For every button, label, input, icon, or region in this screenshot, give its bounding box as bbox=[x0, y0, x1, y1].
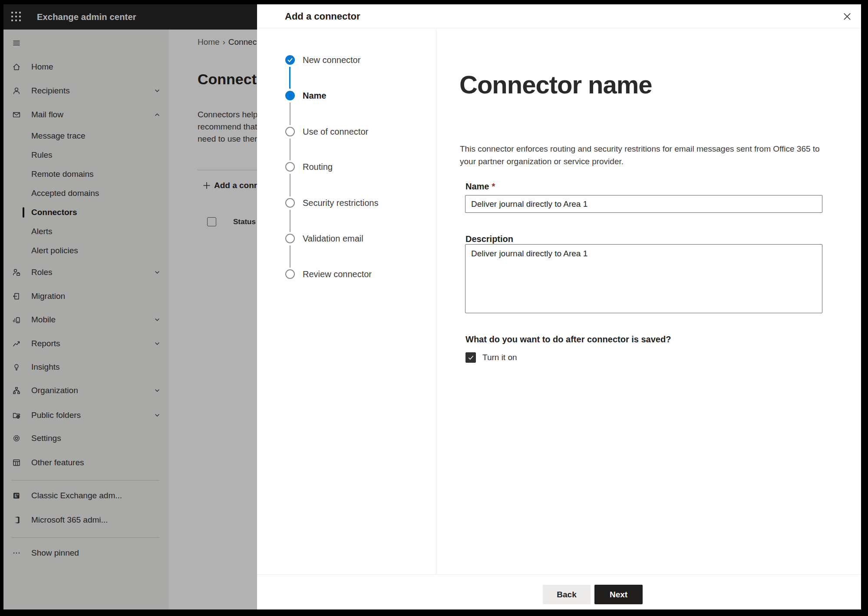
step-connector-line bbox=[290, 245, 290, 268]
back-button[interactable]: Back bbox=[543, 585, 591, 604]
app-window: Exchange admin center Home Recipients bbox=[3, 4, 861, 609]
wizard-steps-rail: New connector Name Use of connector Rout… bbox=[257, 29, 436, 574]
step-connector-line bbox=[290, 210, 290, 232]
step-upcoming-dot bbox=[285, 127, 295, 136]
step-connector-line bbox=[289, 67, 290, 89]
step-validation-email[interactable]: Validation email bbox=[257, 230, 436, 247]
step-connector-line bbox=[290, 103, 290, 125]
step-security-restrictions[interactable]: Security restrictions bbox=[257, 194, 436, 212]
step-use-of-connector[interactable]: Use of connector bbox=[257, 123, 436, 140]
content-heading: Connector name bbox=[459, 70, 652, 99]
turn-it-on-label: Turn it on bbox=[482, 353, 517, 362]
description-textarea[interactable]: Deliver journal directly to Area 1 bbox=[465, 244, 822, 313]
content-description: This connector enforces routing and secu… bbox=[460, 142, 821, 168]
step-upcoming-dot bbox=[285, 269, 295, 279]
step-upcoming-dot bbox=[285, 234, 295, 243]
required-asterisk: * bbox=[492, 182, 495, 191]
step-upcoming-dot bbox=[285, 198, 295, 208]
screen: Exchange admin center Home Recipients bbox=[0, 0, 868, 616]
step-connector-line bbox=[290, 139, 290, 160]
name-field-label: Name* bbox=[465, 182, 495, 192]
step-name[interactable]: Name bbox=[257, 87, 436, 104]
step-routing[interactable]: Routing bbox=[257, 158, 436, 176]
step-new-connector[interactable]: New connector bbox=[257, 51, 436, 69]
dialog-header: Add a connector bbox=[257, 4, 861, 28]
dialog-footer: Back Next bbox=[257, 574, 861, 609]
dialog-title: Add a connector bbox=[285, 4, 360, 28]
step-connector-line bbox=[290, 174, 290, 196]
after-save-question: What do you want to do after connector i… bbox=[465, 334, 671, 344]
step-upcoming-dot bbox=[285, 162, 295, 172]
step-completed-check-icon bbox=[285, 55, 295, 65]
checkbox-checked-icon[interactable] bbox=[465, 352, 476, 363]
close-button[interactable] bbox=[839, 9, 855, 24]
close-icon bbox=[842, 12, 852, 21]
name-input[interactable] bbox=[465, 195, 822, 213]
turn-it-on-checkbox-row[interactable]: Turn it on bbox=[465, 352, 517, 363]
description-field-label: Description bbox=[465, 234, 513, 244]
wizard-content: Connector name This connector enforces r… bbox=[436, 29, 861, 574]
step-review-connector[interactable]: Review connector bbox=[257, 265, 436, 283]
step-current-dot bbox=[285, 91, 295, 100]
add-connector-dialog: Add a connector New connector bbox=[257, 4, 861, 609]
next-button[interactable]: Next bbox=[594, 585, 643, 604]
